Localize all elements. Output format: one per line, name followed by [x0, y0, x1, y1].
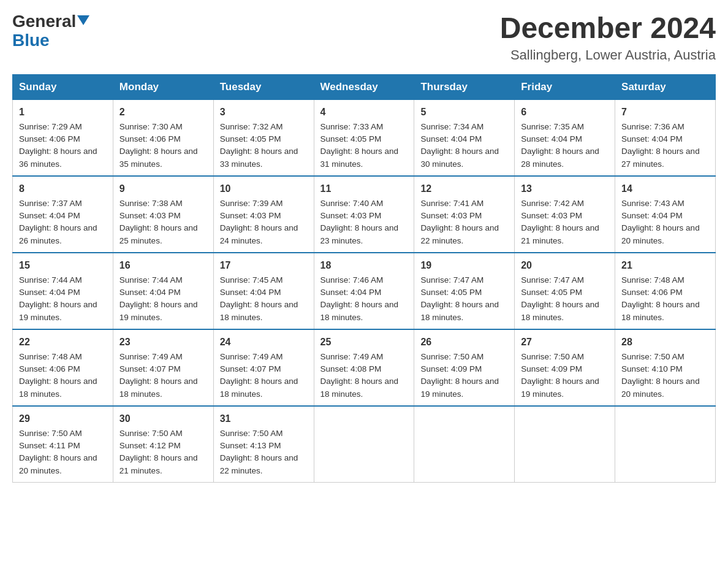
location-title: Sallingberg, Lower Austria, Austria: [500, 47, 716, 63]
day-number: 30: [119, 412, 207, 426]
day-number: 6: [521, 105, 609, 120]
calendar-cell: 7Sunrise: 7:36 AMSunset: 4:04 PMDaylight…: [615, 99, 716, 176]
calendar-cell: 18Sunrise: 7:46 AMSunset: 4:04 PMDayligh…: [314, 253, 414, 329]
sunrise-text: Sunrise: 7:47 AM: [420, 275, 483, 285]
calendar-cell: 27Sunrise: 7:50 AMSunset: 4:09 PMDayligh…: [515, 329, 615, 406]
calendar-cell: 28Sunrise: 7:50 AMSunset: 4:10 PMDayligh…: [615, 329, 716, 406]
sunset-text: Sunset: 4:13 PM: [220, 441, 281, 450]
sunset-text: Sunset: 4:05 PM: [320, 134, 382, 144]
calendar-cell: 5Sunrise: 7:34 AMSunset: 4:04 PMDaylight…: [414, 99, 515, 176]
sunrise-text: Sunrise: 7:36 AM: [621, 122, 684, 131]
header-wednesday: Wednesday: [314, 74, 414, 99]
sunrise-text: Sunrise: 7:43 AM: [621, 199, 684, 208]
sunset-text: Sunset: 4:06 PM: [621, 288, 683, 297]
daylight-text: Daylight: 8 hours and 36 minutes.: [19, 147, 97, 168]
calendar-cell: [615, 406, 716, 483]
sunrise-text: Sunrise: 7:40 AM: [320, 199, 384, 208]
title-block: December 2024 Sallingberg, Lower Austria…: [500, 12, 716, 63]
daylight-text: Daylight: 8 hours and 20 minutes.: [621, 377, 700, 398]
daylight-text: Daylight: 8 hours and 25 minutes.: [119, 223, 198, 245]
week-row-2: 8Sunrise: 7:37 AMSunset: 4:04 PMDaylight…: [13, 176, 716, 253]
calendar-cell: 31Sunrise: 7:50 AMSunset: 4:13 PMDayligh…: [213, 406, 314, 483]
calendar-table: SundayMondayTuesdayWednesdayThursdayFrid…: [12, 74, 716, 483]
sunset-text: Sunset: 4:11 PM: [19, 441, 80, 450]
page-header: General Blue December 2024 Sallingberg, …: [12, 12, 716, 63]
daylight-text: Daylight: 8 hours and 23 minutes.: [320, 223, 399, 245]
calendar-cell: 19Sunrise: 7:47 AMSunset: 4:05 PMDayligh…: [414, 253, 515, 329]
sunrise-text: Sunrise: 7:34 AM: [420, 122, 483, 131]
sunrise-text: Sunrise: 7:49 AM: [220, 352, 283, 361]
sunrise-text: Sunrise: 7:44 AM: [119, 275, 183, 285]
sunrise-text: Sunrise: 7:50 AM: [19, 429, 82, 438]
day-number: 19: [420, 258, 508, 273]
logo: General Blue: [12, 12, 89, 50]
day-number: 20: [521, 258, 609, 273]
sunset-text: Sunset: 4:08 PM: [320, 364, 382, 373]
daylight-text: Daylight: 8 hours and 30 minutes.: [420, 147, 499, 168]
day-number: 16: [119, 258, 207, 273]
sunset-text: Sunset: 4:03 PM: [521, 211, 582, 220]
sunset-text: Sunset: 4:04 PM: [521, 134, 582, 144]
calendar-cell: 4Sunrise: 7:33 AMSunset: 4:05 PMDaylight…: [314, 99, 414, 176]
calendar-cell: 11Sunrise: 7:40 AMSunset: 4:03 PMDayligh…: [314, 176, 414, 253]
day-number: 28: [621, 335, 709, 350]
daylight-text: Daylight: 8 hours and 18 minutes.: [19, 377, 97, 398]
sunset-text: Sunset: 4:04 PM: [320, 288, 382, 297]
day-number: 8: [19, 182, 107, 196]
day-number: 23: [119, 335, 207, 350]
daylight-text: Daylight: 8 hours and 22 minutes.: [220, 453, 298, 475]
calendar-cell: 23Sunrise: 7:49 AMSunset: 4:07 PMDayligh…: [113, 329, 213, 406]
day-number: 12: [420, 182, 508, 196]
sunrise-text: Sunrise: 7:50 AM: [220, 429, 283, 438]
day-number: 25: [320, 335, 408, 350]
calendar-cell: 15Sunrise: 7:44 AMSunset: 4:04 PMDayligh…: [13, 253, 113, 329]
sunrise-text: Sunrise: 7:49 AM: [320, 352, 384, 361]
calendar-cell: 26Sunrise: 7:50 AMSunset: 4:09 PMDayligh…: [414, 329, 515, 406]
daylight-text: Daylight: 8 hours and 20 minutes.: [621, 223, 700, 245]
sunrise-text: Sunrise: 7:46 AM: [320, 275, 384, 285]
sunset-text: Sunset: 4:12 PM: [119, 441, 181, 450]
daylight-text: Daylight: 8 hours and 31 minutes.: [320, 147, 399, 168]
header-friday: Friday: [515, 74, 615, 99]
calendar-cell: 29Sunrise: 7:50 AMSunset: 4:11 PMDayligh…: [13, 406, 113, 483]
week-row-1: 1Sunrise: 7:29 AMSunset: 4:06 PMDaylight…: [13, 99, 716, 176]
calendar-cell: 12Sunrise: 7:41 AMSunset: 4:03 PMDayligh…: [414, 176, 515, 253]
daylight-text: Daylight: 8 hours and 18 minutes.: [119, 377, 198, 398]
calendar-cell: 25Sunrise: 7:49 AMSunset: 4:08 PMDayligh…: [314, 329, 414, 406]
daylight-text: Daylight: 8 hours and 19 minutes.: [19, 300, 97, 321]
sunset-text: Sunset: 4:04 PM: [420, 134, 482, 144]
sunrise-text: Sunrise: 7:38 AM: [119, 199, 183, 208]
calendar-header: SundayMondayTuesdayWednesdayThursdayFrid…: [13, 74, 716, 99]
sunset-text: Sunset: 4:06 PM: [19, 364, 80, 373]
sunrise-text: Sunrise: 7:42 AM: [521, 199, 584, 208]
calendar-cell: [414, 406, 515, 483]
daylight-text: Daylight: 8 hours and 19 minutes.: [521, 377, 599, 398]
daylight-text: Daylight: 8 hours and 19 minutes.: [420, 377, 499, 398]
calendar-cell: 20Sunrise: 7:47 AMSunset: 4:05 PMDayligh…: [515, 253, 615, 329]
calendar-cell: 24Sunrise: 7:49 AMSunset: 4:07 PMDayligh…: [213, 329, 314, 406]
calendar-cell: 3Sunrise: 7:32 AMSunset: 4:05 PMDaylight…: [213, 99, 314, 176]
header-tuesday: Tuesday: [213, 74, 314, 99]
day-number: 26: [420, 335, 508, 350]
sunset-text: Sunset: 4:04 PM: [19, 288, 80, 297]
day-number: 17: [220, 258, 308, 273]
sunset-text: Sunset: 4:05 PM: [220, 134, 281, 144]
day-number: 31: [220, 412, 308, 426]
calendar-cell: 21Sunrise: 7:48 AMSunset: 4:06 PMDayligh…: [615, 253, 716, 329]
day-number: 22: [19, 335, 107, 350]
sunrise-text: Sunrise: 7:44 AM: [19, 275, 82, 285]
day-number: 24: [220, 335, 308, 350]
week-row-5: 29Sunrise: 7:50 AMSunset: 4:11 PMDayligh…: [13, 406, 716, 483]
header-sunday: Sunday: [13, 74, 113, 99]
calendar-cell: [515, 406, 615, 483]
day-number: 10: [220, 182, 308, 196]
calendar-cell: 13Sunrise: 7:42 AMSunset: 4:03 PMDayligh…: [515, 176, 615, 253]
header-saturday: Saturday: [615, 74, 716, 99]
sunrise-text: Sunrise: 7:33 AM: [320, 122, 384, 131]
daylight-text: Daylight: 8 hours and 27 minutes.: [621, 147, 700, 168]
day-number: 29: [19, 412, 107, 426]
day-number: 18: [320, 258, 408, 273]
day-number: 4: [320, 105, 408, 120]
day-number: 11: [320, 182, 408, 196]
sunset-text: Sunset: 4:10 PM: [621, 364, 683, 373]
